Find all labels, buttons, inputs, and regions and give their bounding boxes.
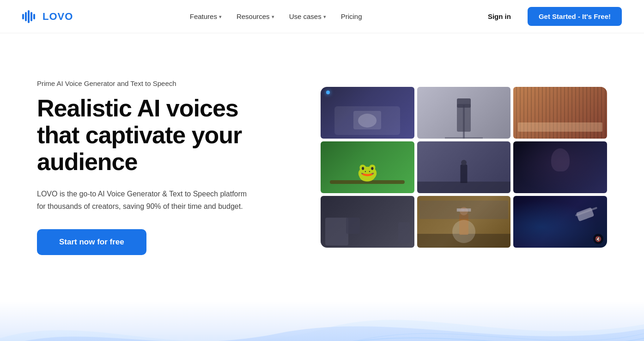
hero-content: Prime AI Voice Generator and Text to Spe… xyxy=(37,79,268,255)
video-cell-2 xyxy=(417,87,511,139)
video-cell-7 xyxy=(321,196,414,248)
video-cell-3 xyxy=(513,87,607,139)
wave-svg xyxy=(0,301,644,341)
video-cell-6 xyxy=(513,141,607,193)
video-cell-8: ▓▓▓▓▓▓▓ xyxy=(417,196,511,248)
svg-rect-0 xyxy=(22,14,24,19)
hero-subtitle: Prime AI Voice Generator and Text to Spe… xyxy=(37,79,268,87)
nav-pricing-label: Pricing xyxy=(341,12,362,20)
video-cell-1 xyxy=(321,87,414,139)
hero-description: LOVO is the go-to AI Voice Generator & T… xyxy=(37,188,249,213)
logo-icon xyxy=(22,9,39,24)
nav-resources[interactable]: Resources ▾ xyxy=(230,9,281,24)
svg-rect-3 xyxy=(30,12,32,21)
chevron-down-icon: ▾ xyxy=(323,14,326,20)
mute-icon[interactable]: 🔇 xyxy=(593,234,603,244)
logo-text: LOVO xyxy=(43,11,73,23)
hero-title: Realistic AI voices that captivate your … xyxy=(37,95,268,176)
nav-links: Features ▾ Resources ▾ Use cases ▾ Prici… xyxy=(183,9,369,24)
video-cell-4: 🐸 xyxy=(321,141,414,193)
hero-section: Prime AI Voice Generator and Text to Spe… xyxy=(0,33,644,292)
video-cell-9: 🔇 xyxy=(513,196,607,248)
nav-features-label: Features xyxy=(190,12,217,20)
hero-video-grid: 🐸 xyxy=(321,87,607,248)
logo-link[interactable]: LOVO xyxy=(22,9,73,24)
svg-rect-1 xyxy=(25,12,27,21)
nav-usecases-label: Use cases xyxy=(289,12,322,20)
svg-rect-2 xyxy=(28,10,30,23)
start-free-button[interactable]: Start now for free xyxy=(37,229,146,255)
nav-resources-label: Resources xyxy=(237,12,270,20)
signin-button[interactable]: Sign in xyxy=(479,8,520,25)
nav-actions: Sign in Get Started - It's Free! xyxy=(479,7,622,26)
nav-usecases[interactable]: Use cases ▾ xyxy=(283,9,333,24)
chevron-down-icon: ▾ xyxy=(219,14,222,20)
video-grid: 🐸 xyxy=(321,87,607,248)
nav-pricing[interactable]: Pricing xyxy=(334,9,369,24)
video-cell-5 xyxy=(417,141,511,193)
get-started-button[interactable]: Get Started - It's Free! xyxy=(528,7,622,26)
chevron-down-icon: ▾ xyxy=(272,14,274,20)
nav-features[interactable]: Features ▾ xyxy=(183,9,228,24)
navbar: LOVO Features ▾ Resources ▾ Use cases ▾ … xyxy=(0,0,644,33)
svg-rect-4 xyxy=(33,14,35,19)
wave-section xyxy=(0,301,644,341)
